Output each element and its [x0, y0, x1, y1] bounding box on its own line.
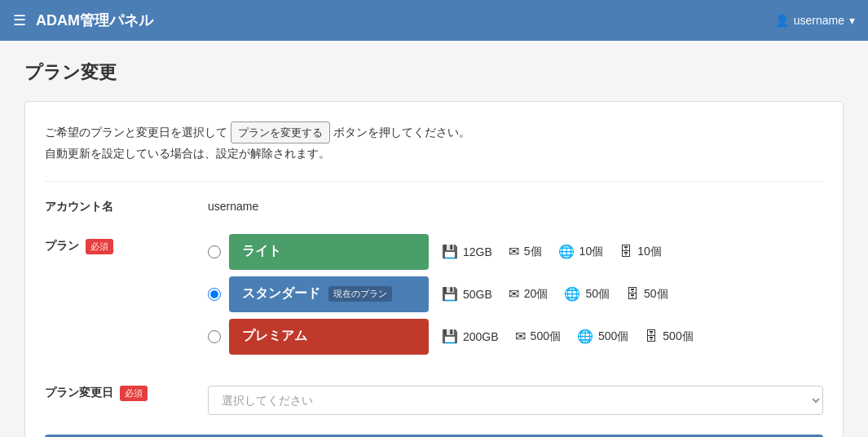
plan-row: プラン 必須 ライト 💾 12GB ✉	[45, 234, 823, 361]
instruction-text: ご希望のプランと変更日を選択して プランを変更する ボタンを押してください。 自…	[45, 121, 823, 165]
account-value: username	[208, 195, 823, 213]
plan-name-standard: スタンダード	[242, 285, 320, 302]
current-plan-badge: 現在のプラン	[328, 286, 392, 302]
plan-box-standard[interactable]: スタンダード 現在のプラン	[229, 276, 429, 312]
plan-row-standard: スタンダード 現在のプラン 💾 50GB ✉ 20個 🌐	[208, 276, 823, 312]
user-icon: 👤	[775, 14, 789, 27]
spec-storage-lite: 💾 12GB	[442, 244, 492, 259]
plan-required-badge: 必須	[86, 239, 113, 254]
db-icon-premium: 🗄	[645, 329, 658, 344]
email-icon-premium: ✉	[515, 329, 526, 344]
instruction-prefix: ご希望のプランと変更日を選択して	[45, 126, 227, 139]
hamburger-icon[interactable]: ☰	[13, 11, 26, 29]
plan-name-premium: プレミアム	[242, 328, 307, 345]
db-icon-lite: 🗄	[619, 245, 632, 259]
change-date-label: プラン変更日 必須	[45, 381, 208, 401]
instruction-line2: 自動更新を設定している場合は、設定が解除されます。	[45, 147, 330, 160]
user-menu[interactable]: 👤 username ▾	[775, 14, 855, 27]
email-icon-standard: ✉	[509, 286, 519, 302]
plan-row-lite: ライト 💾 12GB ✉ 5個 🌐 10個	[208, 234, 823, 270]
db-icon-standard: 🗄	[626, 287, 639, 302]
spec-storage-premium: 💾 200GB	[442, 329, 499, 344]
spec-email-standard: ✉ 20個	[509, 286, 549, 302]
storage-icon-standard: 💾	[442, 286, 458, 302]
plan-radio-premium[interactable]	[208, 330, 221, 343]
spec-web-lite: 🌐 10個	[558, 244, 604, 259]
spec-web-premium: 🌐 500個	[577, 329, 628, 344]
change-date-row: プラン変更日 必須 選択してください	[45, 381, 823, 415]
spec-email-lite: ✉ 5個	[509, 244, 542, 259]
plan-name-lite: ライト	[242, 243, 281, 260]
plan-radio-standard[interactable]	[208, 288, 221, 301]
web-icon-lite: 🌐	[558, 244, 575, 259]
plan-box-lite[interactable]: ライト	[229, 234, 429, 270]
plan-specs-standard: 💾 50GB ✉ 20個 🌐 50個 🗄	[442, 286, 668, 302]
email-icon-lite: ✉	[509, 244, 519, 259]
spec-db-lite: 🗄 10個	[619, 245, 662, 259]
storage-icon-lite: 💾	[442, 244, 458, 259]
plan-specs-lite: 💾 12GB ✉ 5個 🌐 10個 🗄 1	[442, 244, 662, 259]
instruction-button-label: プランを変更する	[231, 121, 330, 143]
plan-radio-lite[interactable]	[208, 245, 221, 258]
spec-storage-standard: 💾 50GB	[442, 286, 492, 302]
page-title: プラン変更	[24, 60, 844, 85]
spec-db-standard: 🗄 50個	[626, 287, 668, 302]
web-icon-standard: 🌐	[564, 286, 580, 302]
submit-button[interactable]: ✓ プランを変更する	[45, 435, 823, 437]
change-date-required-badge: 必須	[120, 386, 148, 401]
web-icon-premium: 🌐	[577, 329, 593, 344]
change-date-select[interactable]: 選択してください	[208, 386, 823, 415]
account-label: アカウント名	[45, 195, 208, 214]
username-label: username	[794, 14, 844, 27]
main-content: プラン変更 ご希望のプランと変更日を選択して プランを変更する ボタンを押してく…	[0, 41, 868, 437]
plan-change-card: ご希望のプランと変更日を選択して プランを変更する ボタンを押してください。 自…	[24, 101, 844, 437]
divider	[45, 181, 823, 182]
change-date-value: 選択してください	[208, 381, 823, 415]
plan-specs-premium: 💾 200GB ✉ 500個 🌐 500個 🗄	[442, 329, 694, 344]
plan-row-premium: プレミアム 💾 200GB ✉ 500個 🌐 500個	[208, 319, 823, 355]
instruction-suffix: ボタンを押してください。	[333, 126, 470, 139]
plan-box-premium[interactable]: プレミアム	[229, 319, 429, 355]
app-title: ADAM管理パネル	[36, 11, 153, 30]
account-row: アカウント名 username	[45, 195, 823, 214]
plans-container: ライト 💾 12GB ✉ 5個 🌐 10個	[208, 234, 823, 361]
plan-label: プラン 必須	[45, 234, 208, 254]
storage-icon-premium: 💾	[442, 329, 458, 344]
header-left: ☰ ADAM管理パネル	[13, 11, 153, 30]
spec-web-standard: 🌐 50個	[564, 286, 610, 302]
header: ☰ ADAM管理パネル 👤 username ▾	[0, 0, 868, 41]
spec-db-premium: 🗄 500個	[645, 329, 693, 344]
dropdown-icon: ▾	[849, 14, 855, 27]
spec-email-premium: ✉ 500個	[515, 329, 561, 344]
